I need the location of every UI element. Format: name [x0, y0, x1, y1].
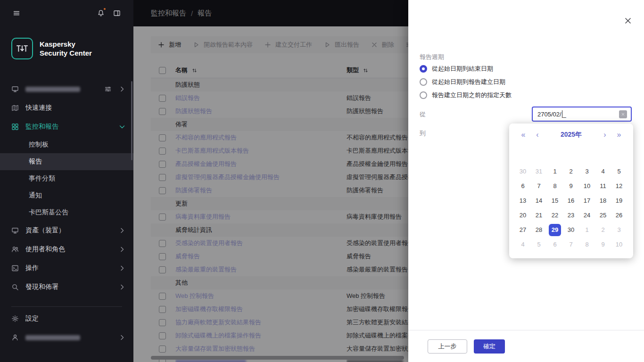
- calendar-day[interactable]: 14: [531, 193, 547, 208]
- notifications-button[interactable]: [95, 7, 107, 19]
- sidebar-item-notifications[interactable]: 通知: [0, 187, 133, 204]
- radio-selected-icon[interactable]: [420, 65, 427, 73]
- calendar-day[interactable]: 22: [547, 208, 563, 222]
- back-button[interactable]: 上一步: [428, 339, 467, 354]
- calendar-day[interactable]: 26: [611, 208, 627, 222]
- chevron-down-icon: [118, 123, 126, 131]
- period-radio-option[interactable]: 從起始日期到報告建立日期: [420, 75, 512, 89]
- sidebar-item-server[interactable]: [0, 80, 133, 99]
- radio-label: 從起始日期到報告建立日期: [432, 78, 505, 86]
- report-period-label: 報告週期: [420, 53, 444, 61]
- calendar-day[interactable]: 8: [579, 237, 595, 252]
- ok-button[interactable]: 確定: [474, 339, 505, 354]
- prev-month-icon[interactable]: ‹: [533, 131, 542, 139]
- radio-label: 從起始日期到結束日期: [432, 65, 493, 73]
- sidebar-item-event-selections[interactable]: 事件分類: [0, 170, 133, 187]
- calendar-day[interactable]: 3: [611, 222, 627, 237]
- calendar-week: 20212223242526: [515, 208, 627, 222]
- chevron-right-icon: [118, 85, 126, 93]
- chevron-right-icon: [118, 227, 126, 234]
- period-radio-option[interactable]: 報告建立日期之前的指定天數: [420, 89, 512, 102]
- calendar-day[interactable]: 5: [611, 164, 627, 179]
- calendar-day[interactable]: 6: [515, 179, 531, 193]
- sidebar-divider: [11, 306, 122, 307]
- calendar-day[interactable]: 7: [563, 237, 579, 252]
- calendar-day[interactable]: 2: [595, 222, 611, 237]
- sidebar-item-users-roles[interactable]: 使用者和角色: [0, 240, 133, 259]
- calendar-day[interactable]: 19: [611, 193, 627, 208]
- operations-icon: [11, 264, 19, 272]
- radio-unselected-icon[interactable]: [420, 78, 427, 86]
- calendar-day[interactable]: 1: [579, 222, 595, 237]
- calendar-day[interactable]: 9: [563, 179, 579, 193]
- calendar-day[interactable]: 30: [515, 164, 531, 179]
- calendar-day[interactable]: 10: [611, 237, 627, 252]
- calendar-day[interactable]: 25: [595, 208, 611, 222]
- sidebar-item-kaspersky-announcements[interactable]: 卡巴斯基公告: [0, 204, 133, 221]
- sidebar-item-discovery-deployment[interactable]: 發現和佈署: [0, 278, 133, 296]
- prev-year-icon[interactable]: «: [519, 131, 528, 139]
- calendar-day[interactable]: 31: [531, 164, 547, 179]
- calendar-day[interactable]: 24: [579, 208, 595, 222]
- sidebar-item-label: 快速連接: [25, 104, 126, 112]
- sidebar-item-reports[interactable]: 報告: [0, 153, 133, 170]
- next-year-icon[interactable]: »: [614, 131, 624, 139]
- calendar-day[interactable]: 20: [515, 208, 531, 222]
- calendar-day[interactable]: 17: [579, 193, 595, 208]
- calendar-day[interactable]: 13: [515, 193, 531, 208]
- next-month-icon[interactable]: ›: [600, 131, 610, 139]
- calendar-day[interactable]: 7: [531, 179, 547, 193]
- sidebar-item-assets-devices[interactable]: 資產（裝置）: [0, 221, 133, 240]
- calendar-day[interactable]: 2: [563, 164, 579, 179]
- calendar-day[interactable]: 3: [579, 164, 595, 179]
- sidebar-scrollbar[interactable]: [131, 81, 132, 160]
- calendar-day[interactable]: 12: [611, 179, 627, 193]
- devices-icon: [11, 227, 19, 234]
- sidebar-item-account[interactable]: [0, 328, 133, 347]
- calendar-day[interactable]: 27: [515, 222, 531, 237]
- calendar-day[interactable]: 18: [595, 193, 611, 208]
- calendar-day[interactable]: 1: [547, 164, 563, 179]
- radio-unselected-icon[interactable]: [420, 91, 427, 99]
- close-icon: [624, 16, 632, 25]
- brand-line2: Security Center: [40, 49, 92, 58]
- calendar-day[interactable]: 5: [531, 237, 547, 252]
- calendar-day[interactable]: 4: [595, 164, 611, 179]
- sidebar-item-label: 監控和報告: [25, 123, 112, 131]
- sidebar-item-operations[interactable]: 操作: [0, 259, 133, 278]
- clear-input-button[interactable]: [619, 110, 627, 118]
- calendar-nav: « ‹ 2025年 › »: [515, 128, 627, 141]
- sidebar-item-dashboard[interactable]: 控制板: [0, 136, 133, 153]
- sidebar-item-settings[interactable]: 設定: [0, 309, 133, 328]
- redacted-label: [25, 335, 80, 340]
- panel-toggle-button[interactable]: [111, 7, 123, 19]
- calendar-day[interactable]: 9: [595, 237, 611, 252]
- date-input-value: 2705/02/: [537, 111, 561, 118]
- menu-toggle-button[interactable]: [10, 7, 23, 19]
- calendar-day[interactable]: 8: [547, 179, 563, 193]
- period-radio-option[interactable]: 從起始日期到結束日期: [420, 62, 512, 75]
- calendar-day[interactable]: 21: [531, 208, 547, 222]
- brand: Kaspersky Security Center: [0, 26, 133, 59]
- calendar-day[interactable]: 16: [563, 193, 579, 208]
- calendar-day[interactable]: 30: [563, 222, 579, 237]
- chevron-right-icon: [118, 246, 126, 253]
- calendar-day[interactable]: 10: [579, 179, 595, 193]
- calendar-day[interactable]: 6: [547, 237, 563, 252]
- search-icon: [11, 283, 19, 291]
- notification-dot: [103, 7, 107, 11]
- sidebar-item-quick-links[interactable]: 快速連接: [0, 99, 133, 117]
- calendar-day[interactable]: 4: [515, 237, 531, 252]
- to-label: 到: [420, 129, 426, 138]
- from-date-input[interactable]: 2705/02/ _: [532, 107, 632, 122]
- close-button[interactable]: [622, 15, 634, 26]
- sidebar-item-label: 報告: [29, 157, 126, 166]
- calendar-day[interactable]: 11: [595, 179, 611, 193]
- brand-line1: Kaspersky: [40, 40, 92, 49]
- calendar-day[interactable]: 15: [547, 193, 563, 208]
- calendar-day[interactable]: 28: [531, 222, 547, 237]
- sidebar-item-monitoring-reporting[interactable]: 監控和報告: [0, 117, 133, 136]
- calendar-day[interactable]: 23: [563, 208, 579, 222]
- calendar-day-selected[interactable]: 29: [547, 222, 563, 237]
- calendar-year[interactable]: 2025年: [542, 131, 600, 139]
